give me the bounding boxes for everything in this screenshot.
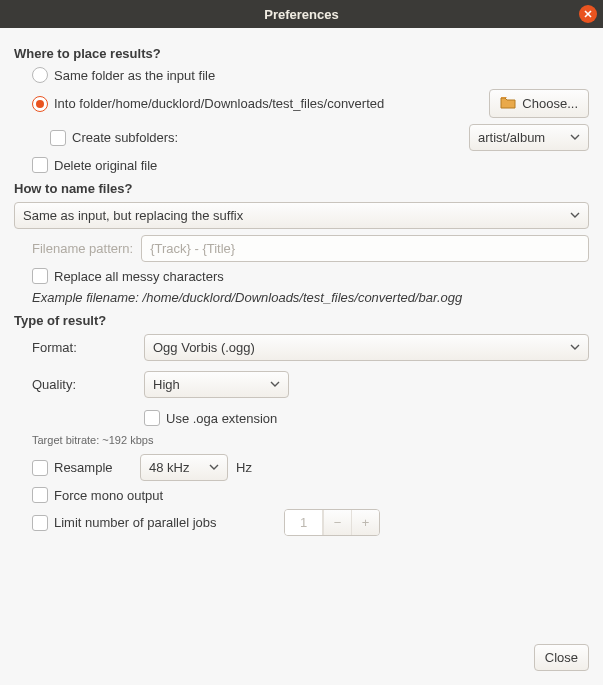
limit-jobs-value[interactable]: 1	[285, 510, 323, 535]
checkbox-replace-messy[interactable]	[32, 268, 48, 284]
example-label: Example filename:	[32, 290, 143, 305]
choose-folder-button[interactable]: Choose...	[489, 89, 589, 118]
replace-messy-row[interactable]: Replace all messy characters	[32, 268, 589, 284]
force-mono-row[interactable]: Force mono output	[32, 487, 589, 503]
use-oga-row[interactable]: Use .oga extension	[144, 410, 589, 426]
titlebar: Preferences	[0, 0, 603, 28]
force-mono-label: Force mono output	[54, 488, 163, 503]
quality-dropdown[interactable]: High	[144, 371, 289, 398]
delete-original-label: Delete original file	[54, 158, 157, 173]
limit-jobs-spinbox[interactable]: 1 − +	[284, 509, 380, 536]
resample-label: Resample	[54, 460, 140, 475]
window-title: Preferences	[264, 7, 338, 22]
subfolder-pattern-value: artist/album	[478, 130, 545, 145]
section-result-title: Type of result?	[14, 313, 589, 328]
chevron-down-icon	[270, 377, 280, 392]
content: Where to place results? Same folder as t…	[0, 28, 603, 556]
checkbox-force-mono[interactable]	[32, 487, 48, 503]
radio-same-folder[interactable]	[32, 67, 48, 83]
quality-label: Quality:	[32, 377, 132, 392]
radio-same-folder-row[interactable]: Same folder as the input file	[32, 67, 589, 83]
create-subfolders-label: Create subfolders:	[72, 130, 178, 145]
checkbox-delete-original[interactable]	[32, 157, 48, 173]
section-naming-title: How to name files?	[14, 181, 589, 196]
resample-value: 48 kHz	[149, 460, 189, 475]
resample-unit: Hz	[236, 460, 252, 475]
replace-messy-label: Replace all messy characters	[54, 269, 224, 284]
example-value: /home/ducklord/Downloads/test_files/conv…	[143, 290, 463, 305]
minus-icon[interactable]: −	[323, 510, 351, 535]
radio-into-folder[interactable]	[32, 96, 48, 112]
close-button[interactable]: Close	[534, 644, 589, 671]
naming-scheme-dropdown[interactable]: Same as input, but replacing the suffix	[14, 202, 589, 229]
target-bitrate: Target bitrate: ~192 kbps	[32, 434, 589, 446]
subfolder-pattern-dropdown[interactable]: artist/album	[469, 124, 589, 151]
into-folder-prefix: Into folder	[54, 96, 112, 111]
section-place-title: Where to place results?	[14, 46, 589, 61]
radio-same-folder-label: Same folder as the input file	[54, 68, 215, 83]
resample-dropdown[interactable]: 48 kHz	[140, 454, 228, 481]
checkbox-create-subfolders[interactable]	[50, 130, 66, 146]
checkbox-use-oga[interactable]	[144, 410, 160, 426]
radio-into-folder-row[interactable]: Into folder /home/ducklord/Downloads/tes…	[32, 96, 384, 112]
close-icon[interactable]	[579, 5, 597, 23]
quality-value: High	[153, 377, 180, 392]
close-button-label: Close	[545, 650, 578, 665]
delete-original-row[interactable]: Delete original file	[32, 157, 589, 173]
chevron-down-icon	[570, 340, 580, 355]
folder-icon	[500, 95, 516, 112]
filename-pattern-input: {Track} - {Title}	[141, 235, 589, 262]
format-dropdown[interactable]: Ogg Vorbis (.ogg)	[144, 334, 589, 361]
use-oga-label: Use .oga extension	[166, 411, 277, 426]
chevron-down-icon	[209, 460, 219, 475]
format-value: Ogg Vorbis (.ogg)	[153, 340, 255, 355]
filename-pattern-placeholder: {Track} - {Title}	[150, 241, 235, 256]
limit-jobs-label: Limit number of parallel jobs	[54, 515, 284, 530]
chevron-down-icon	[570, 208, 580, 223]
naming-scheme-value: Same as input, but replacing the suffix	[23, 208, 243, 223]
example-filename: Example filename: /home/ducklord/Downloa…	[32, 290, 589, 305]
filename-pattern-label: Filename pattern:	[32, 241, 133, 256]
format-label: Format:	[32, 340, 132, 355]
choose-folder-label: Choose...	[522, 96, 578, 111]
plus-icon[interactable]: +	[351, 510, 379, 535]
into-folder-path: /home/ducklord/Downloads/test_files/conv…	[112, 96, 384, 111]
checkbox-limit-jobs[interactable]	[32, 515, 48, 531]
chevron-down-icon	[570, 130, 580, 145]
checkbox-resample[interactable]	[32, 460, 48, 476]
create-subfolders-row[interactable]: Create subfolders:	[50, 130, 178, 146]
